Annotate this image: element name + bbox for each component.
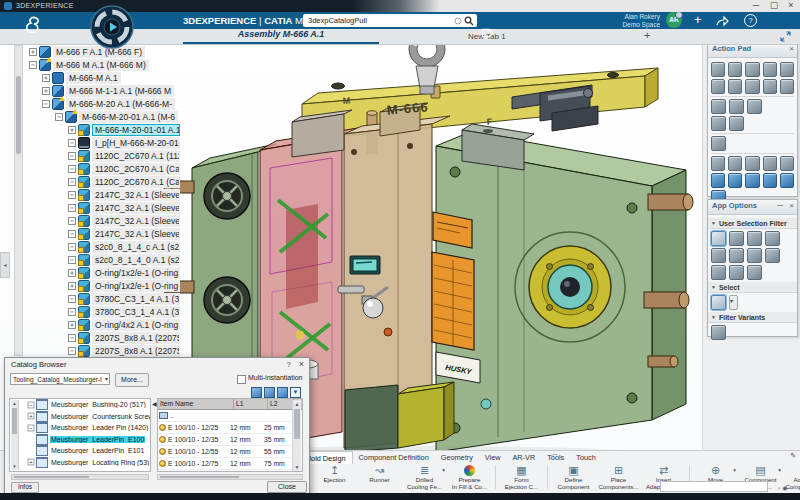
tree-item[interactable]: −1120C_2C670 A.1 (Cap6 (26, 175, 180, 188)
catalog-close-button[interactable]: Close (267, 481, 307, 493)
ribbon-tab-component-definition[interactable]: Component Definition (353, 451, 435, 464)
catalog-tree-item[interactable]: −Meusburger_Leader Pin (1420) (27, 422, 150, 434)
tree-item[interactable]: −M-666-M-20-01 A.1 (M-6 (26, 110, 180, 123)
tree-expander-icon[interactable]: − (28, 424, 35, 431)
section-header[interactable]: ▼User Selection Filter (708, 218, 797, 229)
place-components-button[interactable]: ⊞PlaceComponents... (596, 464, 641, 491)
infos-button[interactable]: Infos (11, 482, 39, 493)
feature-filter-icon[interactable] (747, 248, 762, 263)
tree-expander-icon[interactable]: − (68, 217, 76, 225)
clear-search-icon[interactable] (454, 17, 462, 25)
minimize-button[interactable]: ─ (748, 0, 764, 10)
tree-expander-icon[interactable]: + (68, 269, 76, 277)
tree-expander-icon[interactable]: − (68, 204, 76, 212)
anchor-tool-icon[interactable] (711, 156, 725, 171)
user-menu[interactable]: Alan Rokery Demo Space (592, 13, 660, 28)
catalog-tree-item[interactable]: −Meusburger_Bushing-20 (517) (27, 399, 150, 411)
pattern-tool-icon[interactable] (745, 79, 759, 94)
more-tabs-chevron-icon[interactable]: ▽ (548, 451, 561, 461)
tree-item[interactable]: +M-666-M A.1 (26, 71, 180, 84)
component-tool-icon[interactable] (728, 156, 742, 171)
stack-plates-icon[interactable] (763, 62, 777, 77)
catalog-help-icon[interactable]: ? (287, 360, 291, 369)
table-row[interactable]: E 100/10 - 12/5512 mm55 mm (158, 446, 302, 458)
status-input-box[interactable] (660, 481, 768, 492)
add-content-icon[interactable]: + (694, 12, 702, 27)
tree-expander-icon[interactable]: − (28, 401, 35, 408)
surface-filter-icon[interactable] (765, 231, 780, 246)
view-left-icon[interactable] (745, 173, 759, 188)
tree-item[interactable]: −2207S_8x8 A.1 (2207S (26, 331, 180, 344)
prepare-fill-cool-button[interactable]: PrepareIn Fill & Co... (447, 464, 492, 491)
table-row[interactable]: .. (158, 410, 302, 422)
drilled-cooling-button[interactable]: ≣▾DrilledCooling Fe... (402, 464, 447, 491)
tree-expander-icon[interactable]: + (29, 48, 37, 56)
catalog-tree-scrollbar[interactable]: ▲ ▼ (11, 400, 19, 470)
hand-tool-icon[interactable] (711, 116, 726, 131)
trim-tool-icon[interactable] (711, 62, 725, 77)
annotation-pen-icon[interactable]: ✎ (790, 452, 796, 460)
tree-expander-icon[interactable]: − (68, 191, 76, 199)
list-view-icon[interactable] (264, 387, 275, 398)
app-options-header[interactable]: App Options ─ × (708, 200, 797, 215)
fullscreen-icon[interactable] (780, 31, 791, 42)
view-iso-icon[interactable] (711, 173, 725, 188)
tree-item[interactable]: +O-ring/1x2/e-1 (O-ring (26, 266, 180, 279)
tree-expander-icon[interactable]: + (28, 459, 35, 466)
pick-filter-icon[interactable] (747, 265, 762, 280)
plate-tool-icon[interactable] (780, 156, 794, 171)
tree-item[interactable]: +M-666 M-1-1 A.1 (M-666 M (26, 84, 180, 97)
section-collapse-icon[interactable]: ▼ (711, 284, 716, 290)
tree-item[interactable]: −s2c0_8_1_4_c A.1 (s2c0 (26, 240, 180, 253)
dropdown-arrow-icon[interactable]: ▾ (778, 467, 781, 473)
plates-tool-icon[interactable] (711, 99, 726, 114)
catalog-tree-hscrollbar[interactable] (11, 474, 149, 480)
column-header[interactable]: Item Name (158, 399, 234, 409)
tree-item[interactable]: −2147C_32 A.1 (Sleeve_E (26, 188, 180, 201)
grid-view-icon[interactable] (251, 387, 262, 398)
form-ejection-button[interactable]: ▦FormEjection C... (499, 464, 544, 491)
list-tool-icon[interactable] (711, 136, 726, 151)
catalog-tree-item[interactable]: Meusburger_LeaderPin_E101 (36, 445, 150, 457)
copy-tool-icon[interactable] (763, 156, 777, 171)
point-filter-icon[interactable] (729, 231, 744, 246)
tree-expander-icon[interactable]: − (68, 295, 76, 303)
tree-expander-icon[interactable]: − (68, 347, 76, 355)
no-filter-icon[interactable] (729, 248, 744, 263)
tree-item[interactable]: −1120C_2C670 A.1 (112 (26, 149, 180, 162)
tree-expander-icon[interactable]: − (55, 113, 63, 121)
tree-expander-icon[interactable]: − (68, 152, 76, 160)
section-collapse-icon[interactable]: ▼ (711, 220, 716, 226)
product-filter-icon[interactable] (729, 265, 744, 280)
define-component-button[interactable]: ▣DefineComponent (551, 464, 596, 491)
route-tool-icon[interactable] (728, 62, 742, 77)
tree-scrollbar[interactable] (14, 45, 23, 356)
action-pad-header[interactable]: Action Pad × (708, 43, 797, 58)
tree-expander-icon[interactable]: + (68, 126, 76, 134)
cooling-channel-icon[interactable] (745, 62, 759, 77)
ejection-button[interactable]: ↥Ejection (312, 464, 357, 484)
filter-icon[interactable]: ▼ (290, 387, 301, 398)
section-header[interactable]: ▼Filter Variants (708, 312, 797, 323)
scroll-up-icon[interactable]: ▲ (11, 400, 18, 407)
counter-display[interactable] (350, 256, 380, 274)
ribbon-tab-touch[interactable]: Touch (570, 451, 601, 464)
scroll-up-icon[interactable]: ▲ (293, 400, 301, 408)
dropdown-arrow-icon[interactable]: ▾ (733, 467, 736, 473)
tree-item[interactable]: −M-666 M A.1 (M-666 M) (26, 58, 180, 71)
catalog-tree-item[interactable]: Meusburger_LeaderPin_E100 (36, 434, 150, 446)
tree-expander-icon[interactable]: − (68, 243, 76, 251)
tree-item[interactable]: −2147C_32 A.1 (Sleeve_E (26, 214, 180, 227)
scroll-down-icon[interactable]: ▼ (11, 463, 18, 470)
tree-expander-icon[interactable]: − (68, 256, 76, 264)
status-mini-icons[interactable]: ▫◉ (778, 484, 789, 491)
view-top-icon[interactable] (780, 173, 794, 188)
filter-funnel-icon[interactable] (711, 231, 726, 246)
swap-tool-icon[interactable] (763, 79, 777, 94)
tree-expander-icon[interactable]: + (68, 282, 76, 290)
mechanical-filter-icon[interactable] (711, 265, 726, 280)
column-header[interactable]: L2 (268, 399, 294, 409)
catalog-close-icon[interactable]: × (299, 359, 304, 369)
catalog-chapter-select[interactable]: Tooling_Catalog_Meusburger-I▾ (10, 373, 110, 385)
width-tool-icon[interactable] (729, 99, 744, 114)
